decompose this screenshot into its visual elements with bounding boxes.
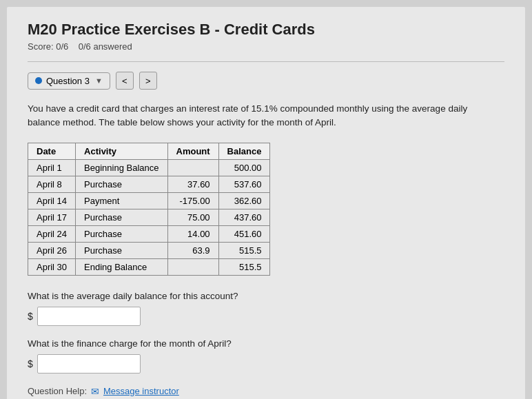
page-title: M20 Practice Exercises B - Credit Cards <box>28 21 504 39</box>
sub-question-2: What is the finance charge for the month… <box>28 338 504 349</box>
message-instructor-link[interactable]: Message instructor <box>103 386 179 396</box>
cell-balance: 515.5 <box>218 242 270 258</box>
score-line: Score: 0/6 0/6 answered <box>28 41 504 52</box>
cell-balance: 437.60 <box>218 209 270 225</box>
cell-amount <box>167 258 218 275</box>
table-row: April 17Purchase75.00437.60 <box>28 209 270 225</box>
cell-date: April 1 <box>28 159 76 176</box>
table-row: April 14Payment-175.00362.60 <box>28 192 270 209</box>
col-header-amount: Amount <box>167 143 218 159</box>
cell-amount: -175.00 <box>167 192 218 209</box>
col-header-date: Date <box>28 143 76 159</box>
cell-date: April 17 <box>28 209 76 225</box>
cell-date: April 30 <box>28 258 76 275</box>
average-balance-input[interactable] <box>37 307 141 326</box>
table-row: April 24Purchase14.00451.60 <box>28 225 270 242</box>
activity-table-wrapper: Date Activity Amount Balance April 1Begi… <box>28 143 504 276</box>
cell-activity: Purchase <box>76 209 167 225</box>
dollar-sign-1: $ <box>28 311 33 322</box>
cell-amount <box>167 159 218 176</box>
cell-activity: Purchase <box>76 176 167 192</box>
question-badge: Question 3 ▼ <box>28 72 110 90</box>
cell-activity: Beginning Balance <box>76 159 167 176</box>
question-nav: Question 3 ▼ < > <box>28 72 504 90</box>
finance-charge-input[interactable] <box>37 354 141 374</box>
question-label: Question 3 <box>46 76 90 86</box>
cell-amount: 37.60 <box>167 176 218 192</box>
cell-date: April 8 <box>28 176 76 192</box>
cell-balance: 451.60 <box>218 225 270 242</box>
cell-amount: 63.9 <box>167 242 218 258</box>
section-divider <box>28 61 504 62</box>
cell-date: April 24 <box>28 225 76 242</box>
cell-balance: 537.60 <box>218 176 270 192</box>
cell-date: April 26 <box>28 242 76 258</box>
help-line: Question Help: ✉ Message instructor <box>28 386 504 397</box>
cell-activity: Payment <box>76 192 167 209</box>
question-text: You have a credit card that charges an i… <box>28 102 469 130</box>
cell-activity: Purchase <box>76 225 167 242</box>
sub-question-1: What is the average daily balance for th… <box>28 291 504 301</box>
table-row: April 26Purchase63.9515.5 <box>28 242 270 258</box>
cell-activity: Purchase <box>76 242 167 258</box>
col-header-activity: Activity <box>76 143 167 159</box>
cell-balance: 500.00 <box>218 159 270 176</box>
activity-table: Date Activity Amount Balance April 1Begi… <box>28 143 270 276</box>
help-label: Question Help: <box>28 386 87 396</box>
page-container: M20 Practice Exercises B - Credit Cards … <box>7 7 525 399</box>
cell-balance: 362.60 <box>218 192 270 209</box>
dollar-sign-2: $ <box>28 358 33 369</box>
cell-amount: 14.00 <box>167 225 218 242</box>
cell-activity: Ending Balance <box>76 258 167 275</box>
col-header-balance: Balance <box>218 143 270 159</box>
cell-amount: 75.00 <box>167 209 218 225</box>
cell-balance: 515.5 <box>218 258 270 275</box>
cell-date: April 14 <box>28 192 76 209</box>
input-row-2: $ <box>28 354 504 374</box>
question-dot <box>35 77 42 84</box>
next-button[interactable]: > <box>139 72 157 90</box>
table-row: April 1Beginning Balance500.00 <box>28 159 270 176</box>
dropdown-arrow-icon: ▼ <box>95 76 103 85</box>
input-row-1: $ <box>28 307 504 326</box>
prev-button[interactable]: < <box>116 72 134 90</box>
table-row: April 30Ending Balance515.5 <box>28 258 270 275</box>
answered-text: 0/6 answered <box>79 41 132 52</box>
mail-icon: ✉ <box>91 386 99 397</box>
table-row: April 8Purchase37.60537.60 <box>28 176 270 192</box>
score-text: Score: 0/6 <box>28 41 68 52</box>
